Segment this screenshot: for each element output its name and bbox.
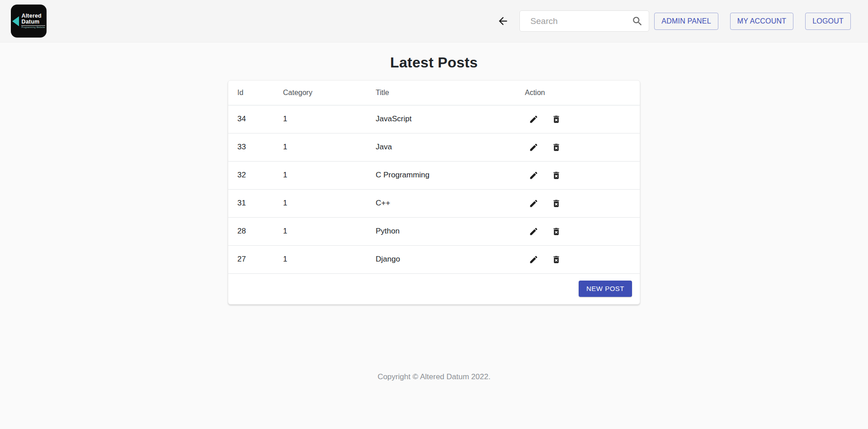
column-header-title: Title xyxy=(367,81,516,105)
logo-tagline: Programming Website xyxy=(21,25,45,29)
back-arrow-icon xyxy=(497,15,509,27)
search-icon[interactable] xyxy=(632,15,643,27)
my-account-button[interactable]: MY ACCOUNT xyxy=(730,13,793,30)
cell-category: 1 xyxy=(274,189,367,217)
page-title: Latest Posts xyxy=(0,54,868,71)
edit-pencil-icon[interactable] xyxy=(528,198,538,208)
cell-title: JavaScript xyxy=(367,105,516,133)
edit-pencil-icon[interactable] xyxy=(528,142,538,152)
delete-trash-icon[interactable] xyxy=(551,254,561,264)
edit-pencil-icon[interactable] xyxy=(528,170,538,180)
cell-category: 1 xyxy=(274,217,367,245)
edit-pencil-icon[interactable] xyxy=(528,254,538,264)
table-row: 331Java xyxy=(228,133,640,161)
logout-button[interactable]: LOGOUT xyxy=(805,13,851,30)
copyright-text: Copyright © Altered Datum 2022. xyxy=(377,372,491,381)
cell-id: 32 xyxy=(228,161,274,189)
table-row: 321C Programming xyxy=(228,161,640,189)
table-footer: NEW POST xyxy=(228,274,640,304)
cell-actions xyxy=(516,217,640,245)
cell-title: Django xyxy=(367,245,516,273)
cell-title: C++ xyxy=(367,189,516,217)
column-header-action: Action xyxy=(516,81,640,105)
app-header: Altered Datum Programming Website ADMIN … xyxy=(0,0,868,43)
delete-trash-icon[interactable] xyxy=(551,114,561,124)
site-footer: Copyright © Altered Datum 2022. xyxy=(0,372,868,381)
logo-triangle-icon xyxy=(12,16,19,26)
header-actions: ADMIN PANEL MY ACCOUNT LOGOUT xyxy=(496,10,851,32)
action-icons xyxy=(528,170,640,180)
admin-panel-button[interactable]: ADMIN PANEL xyxy=(654,13,718,30)
cell-actions xyxy=(516,189,640,217)
delete-trash-icon[interactable] xyxy=(551,142,561,152)
table-row: 341JavaScript xyxy=(228,105,640,133)
cell-category: 1 xyxy=(274,161,367,189)
action-icons xyxy=(528,114,640,124)
new-post-button[interactable]: NEW POST xyxy=(579,281,632,297)
cell-id: 27 xyxy=(228,245,274,273)
edit-pencil-icon[interactable] xyxy=(528,226,538,236)
cell-actions xyxy=(516,133,640,161)
action-icons xyxy=(528,142,640,152)
logo-line2: Datum xyxy=(21,19,45,25)
action-icons xyxy=(528,254,640,264)
cell-id: 33 xyxy=(228,133,274,161)
table-row: 271Django xyxy=(228,245,640,273)
cell-id: 31 xyxy=(228,189,274,217)
delete-trash-icon[interactable] xyxy=(551,170,561,180)
posts-table: Id Category Title Action 341JavaScript33… xyxy=(228,81,640,274)
back-button[interactable] xyxy=(496,14,509,28)
cell-id: 34 xyxy=(228,105,274,133)
table-header-row: Id Category Title Action xyxy=(228,81,640,105)
edit-pencil-icon[interactable] xyxy=(528,114,538,124)
action-icons xyxy=(528,226,640,236)
cell-category: 1 xyxy=(274,245,367,273)
cell-title: Python xyxy=(367,217,516,245)
brand-logo[interactable]: Altered Datum Programming Website xyxy=(11,5,47,38)
cell-title: C Programming xyxy=(367,161,516,189)
column-header-category: Category xyxy=(274,81,367,105)
main-content: Latest Posts Id Category Title Action 34… xyxy=(0,54,868,305)
column-header-id: Id xyxy=(228,81,274,105)
search-box xyxy=(519,10,649,32)
search-input[interactable] xyxy=(519,10,649,32)
cell-id: 28 xyxy=(228,217,274,245)
table-row: 281Python xyxy=(228,217,640,245)
cell-actions xyxy=(516,161,640,189)
delete-trash-icon[interactable] xyxy=(551,226,561,236)
action-icons xyxy=(528,198,640,208)
delete-trash-icon[interactable] xyxy=(551,198,561,208)
cell-title: Java xyxy=(367,133,516,161)
logo-text: Altered Datum Programming Website xyxy=(21,13,45,29)
table-row: 311C++ xyxy=(228,189,640,217)
cell-actions xyxy=(516,105,640,133)
cell-category: 1 xyxy=(274,133,367,161)
cell-actions xyxy=(516,245,640,273)
posts-table-card: Id Category Title Action 341JavaScript33… xyxy=(228,80,640,305)
cell-category: 1 xyxy=(274,105,367,133)
